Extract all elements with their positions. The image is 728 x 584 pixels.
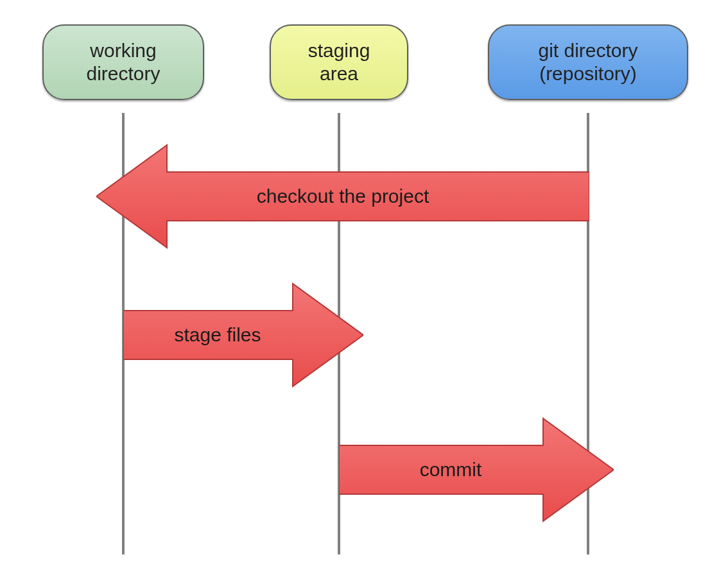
arrow-label: checkout the project xyxy=(96,144,589,249)
node-git-directory: git directory (repository) xyxy=(488,24,688,100)
arrow-commit: commit xyxy=(339,417,614,522)
arrow-right-icon xyxy=(123,282,363,388)
arrow-label: stage files xyxy=(123,282,363,388)
node-staging-area: staging area xyxy=(270,24,408,100)
arrow-right-icon xyxy=(339,417,614,522)
lifeline-working xyxy=(122,113,125,554)
node-label: working directory xyxy=(86,39,160,85)
node-working-directory: working directory xyxy=(42,24,204,100)
arrow-left-icon xyxy=(96,144,589,249)
arrow-label: commit xyxy=(339,417,614,522)
node-label: staging area xyxy=(308,39,370,85)
node-label: git directory (repository) xyxy=(538,39,637,85)
arrow-stage: stage files xyxy=(123,282,363,388)
lifeline-git xyxy=(587,113,589,554)
arrow-checkout: checkout the project xyxy=(96,144,589,249)
git-workflow-diagram: working directory staging area git direc… xyxy=(0,0,728,584)
lifeline-staging xyxy=(338,113,340,554)
